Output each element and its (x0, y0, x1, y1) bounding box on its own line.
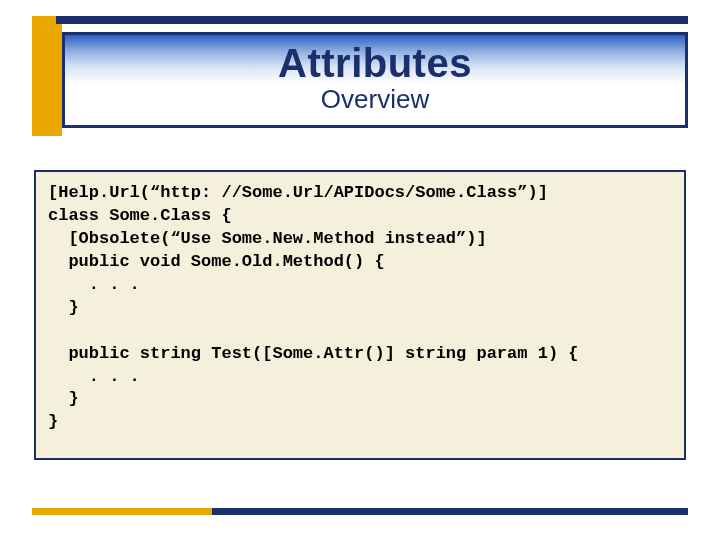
slide-title: Attributes (65, 41, 685, 86)
slide: Attributes Overview [Help.Url(“http: //S… (0, 0, 720, 540)
top-rule (32, 16, 688, 24)
code-box: [Help.Url(“http: //Some.Url/APIDocs/Some… (34, 170, 686, 460)
header-left-accent (32, 24, 62, 136)
top-rule-accent (32, 16, 56, 24)
header-box: Attributes Overview (62, 32, 688, 128)
slide-subtitle: Overview (65, 84, 685, 115)
bottom-rule-accent (32, 508, 212, 515)
code-content: [Help.Url(“http: //Some.Url/APIDocs/Some… (48, 182, 672, 434)
